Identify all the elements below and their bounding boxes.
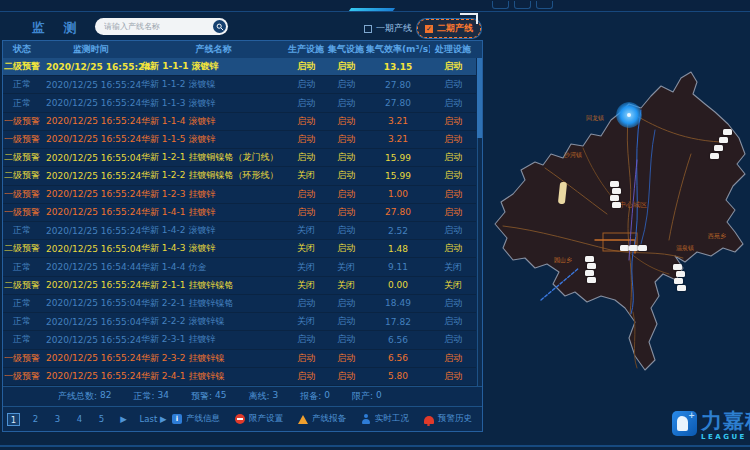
cell-eff: 6.56: [366, 353, 430, 363]
cell-treat: 启动: [430, 188, 476, 201]
monitor-cluster-mid[interactable]: [620, 245, 629, 251]
monitor-cluster-south[interactable]: [585, 270, 594, 276]
scrollbar-thumb[interactable]: [477, 58, 482, 138]
table-row[interactable]: 一级预警2020/12/25 16:55:24华新 1-2-3 挂镀锌启动启动1…: [3, 186, 476, 204]
table-row[interactable]: 一级预警2020/12/25 16:55:24华新 1-1-5 滚镀锌启动启动3…: [3, 131, 476, 149]
monitor-cluster-se[interactable]: [676, 271, 685, 277]
table-scrollbar[interactable]: [477, 58, 482, 386]
column-header: 集气设施: [326, 43, 366, 56]
monitor-cluster-se[interactable]: [674, 278, 683, 284]
monitor-cluster-center[interactable]: [610, 195, 619, 201]
map-town-label: 园山乡: [554, 256, 572, 265]
cell-prod: 关闭: [286, 315, 326, 328]
cell-time: 2020/12/25 16:55:24: [41, 80, 136, 90]
top-deco-tabs: [492, 1, 553, 9]
deco-tab: [492, 1, 509, 9]
cell-treat: 启动: [430, 97, 476, 110]
cell-eff: 13.15: [366, 62, 430, 72]
checkbox-unchecked-icon: [364, 25, 372, 33]
table-row[interactable]: 一级预警2020/12/25 16:55:24华新 2-3-2 挂镀锌镍启动启动…: [3, 350, 476, 368]
monitor-cluster-ne[interactable]: [723, 129, 732, 135]
toolbar-button-产线报备[interactable]: 产线报备: [298, 413, 346, 425]
cell-eff: 5.80: [366, 371, 430, 381]
map-town-label: 中心城区: [619, 200, 647, 210]
page-number[interactable]: 2: [29, 413, 42, 426]
page-last-button[interactable]: Last ▶: [139, 413, 167, 426]
table-row[interactable]: 正常2020/12/25 16:55:24华新 2-3-1 挂镀锌启动启动6.5…: [3, 331, 476, 349]
table-row[interactable]: 一级预警2020/12/25 16:55:24华新 1-1-4 滚镀锌启动启动3…: [3, 113, 476, 131]
monitor-cluster-center[interactable]: [610, 181, 619, 187]
monitor-cluster-center[interactable]: [612, 188, 621, 194]
toolbar-button-label: 产线信息: [186, 413, 220, 425]
cell-time: 2020/12/25 16:55:04: [41, 244, 136, 254]
page-current[interactable]: 1: [7, 413, 20, 426]
monitor-cluster-south[interactable]: [585, 256, 594, 262]
monitor-cluster-mid[interactable]: [629, 245, 638, 251]
cell-status: 正常: [3, 297, 41, 310]
monitor-cluster-south[interactable]: [587, 277, 596, 283]
monitor-cluster-se[interactable]: [673, 264, 682, 270]
cell-eff: 27.80: [366, 98, 430, 108]
logo-mark-icon: [672, 411, 697, 436]
cell-name: 华新 1-4-2 滚镀锌: [136, 224, 286, 237]
monitoring-dashboard: 监 测 一期产线 ✓ 二期产线 状态监测时间产线名称生产设施集气设施集气效率(m…: [0, 0, 750, 450]
column-header: 生产设施: [286, 43, 326, 56]
phase1-checkbox[interactable]: 一期产线: [364, 22, 412, 35]
toolbar-button-预警历史[interactable]: 预警历史: [424, 413, 472, 425]
cell-prod: 关闭: [286, 242, 326, 255]
cell-time: 2020/12/25 16:55:24: [41, 134, 136, 144]
table-row[interactable]: 正常2020/12/25 16:55:24华新 1-1-3 滚镀锌启动启动27.…: [3, 94, 476, 112]
cell-prod: 启动: [286, 60, 326, 73]
toolbar-button-label: 预警历史: [438, 413, 472, 425]
cell-status: 二级预警: [3, 151, 41, 164]
page-next-icon[interactable]: ▶: [117, 413, 130, 426]
summary-label: 产线总数:: [58, 390, 97, 403]
cell-gas: 启动: [326, 315, 366, 328]
cell-status: 一级预警: [3, 188, 41, 201]
table-row[interactable]: 正常2020/12/25 16:55:24华新 1-1-2 滚镀镍启动启动27.…: [3, 76, 476, 94]
cell-time: 2020/12/25 16:54:44: [41, 262, 136, 272]
cell-name: 华新 1-1-5 滚镀锌: [136, 133, 286, 146]
cell-status: 一级预警: [3, 206, 41, 219]
table-row[interactable]: 正常2020/12/25 16:55:04华新 2-2-2 滚镀锌镍关闭启动17…: [3, 313, 476, 331]
monitor-cluster-ne[interactable]: [710, 153, 719, 159]
monitor-cluster-south[interactable]: [587, 263, 596, 269]
table-row[interactable]: 一级预警2020/12/25 16:55:24华新 2-4-1 挂镀锌镍启动启动…: [3, 368, 476, 386]
search-input[interactable]: [95, 22, 213, 31]
table-row[interactable]: 二级预警2020/12/25 16:55:04华新 1-2-1 挂镀铜镍铬（龙门…: [3, 149, 476, 167]
table-row[interactable]: 正常2020/12/25 16:55:04华新 2-2-1 挂镀锌镍铬启动启动1…: [3, 295, 476, 313]
cell-time: 2020/12/25 16:55:24: [41, 280, 136, 290]
page-number[interactable]: 3: [51, 413, 64, 426]
table-row[interactable]: 二级预警2020/12/25 16:55:24华新 2-1-1 挂镀锌镍铬关闭关…: [3, 277, 476, 295]
table-row[interactable]: 正常2020/12/25 16:54:44华新 1-4-4 仿金关闭关闭9.11…: [3, 258, 476, 276]
table-row[interactable]: 二级预警2020/12/25 16:55:04华新 1-4-3 滚镀锌关闭启动1…: [3, 240, 476, 258]
toolbar-button-label: 限产设置: [249, 413, 283, 425]
deco-tab: [514, 1, 531, 9]
monitor-cluster-ne[interactable]: [719, 137, 728, 143]
cell-gas: 启动: [326, 352, 366, 365]
monitor-cluster-se[interactable]: [677, 285, 686, 291]
cell-eff: 6.56: [366, 335, 430, 345]
page-number[interactable]: 5: [95, 413, 108, 426]
page-title: 监 测: [32, 19, 84, 37]
cell-eff: 3.21: [366, 116, 430, 126]
monitor-cluster-ne[interactable]: [714, 145, 723, 151]
cell-gas: 启动: [326, 206, 366, 219]
table-row[interactable]: 二级预警2020/12/25 16:55:24华新 1-1-1 滚镀锌启动启动1…: [3, 58, 476, 76]
search-icon[interactable]: [213, 20, 226, 33]
monitor-cluster-center[interactable]: [612, 202, 621, 208]
page-number[interactable]: 4: [73, 413, 86, 426]
cell-gas: 启动: [326, 188, 366, 201]
cell-name: 华新 2-4-1 挂镀锌镍: [136, 370, 286, 383]
cell-gas: 关闭: [326, 261, 366, 274]
toolbar-button-产线信息[interactable]: i产线信息: [172, 413, 220, 425]
toolbar-button-限产设置[interactable]: 限产设置: [235, 413, 283, 425]
table-row[interactable]: 二级预警2020/12/25 16:55:24华新 1-2-2 挂镀铜镍铬（环形…: [3, 167, 476, 185]
table-row[interactable]: 一级预警2020/12/25 16:55:24华新 1-4-1 挂镀锌启动启动2…: [3, 204, 476, 222]
cell-treat: 启动: [430, 242, 476, 255]
monitor-cluster-mid[interactable]: [638, 245, 647, 251]
selected-site-beacon[interactable]: [616, 102, 642, 128]
table-row[interactable]: 正常2020/12/25 16:55:24华新 1-4-2 滚镀锌关闭启动2.5…: [3, 222, 476, 240]
toolbar-button-实时工况[interactable]: 实时工况: [361, 413, 409, 425]
cell-eff: 27.80: [366, 207, 430, 217]
